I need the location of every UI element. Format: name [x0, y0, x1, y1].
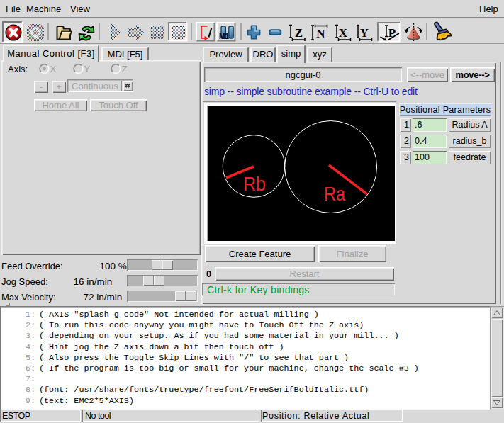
svg-text:Y: Y: [360, 26, 369, 40]
svg-text:M1: M1: [219, 33, 229, 40]
svg-text:Ra: Ra: [324, 182, 345, 205]
svg-text:Z: Z: [295, 26, 303, 40]
svg-text:X: X: [339, 26, 348, 40]
svg-text:Rb: Rb: [243, 172, 266, 195]
svg-text:N: N: [316, 27, 325, 40]
